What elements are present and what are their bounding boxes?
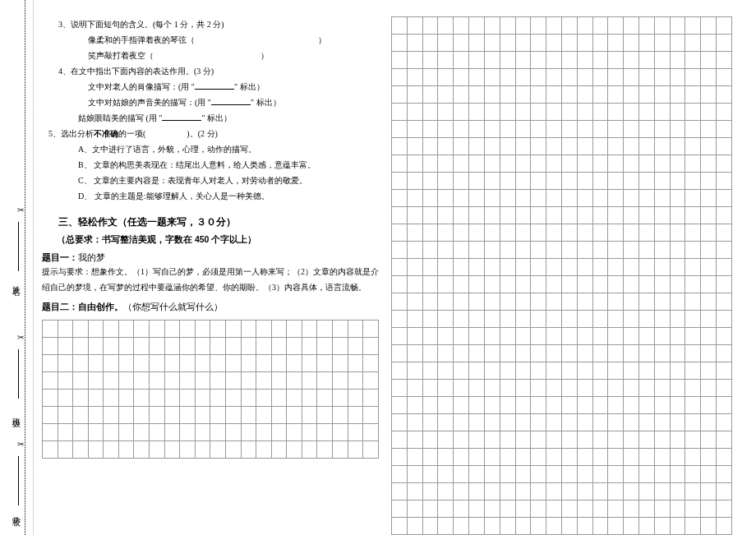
writing-cell[interactable]: [438, 500, 454, 518]
writing-cell[interactable]: [546, 242, 562, 259]
writing-cell[interactable]: [407, 276, 422, 293]
writing-cell[interactable]: [287, 338, 302, 355]
writing-cell[interactable]: [546, 35, 562, 52]
writing-cell[interactable]: [577, 190, 592, 207]
writing-cell[interactable]: [500, 104, 515, 121]
writing-cell[interactable]: [701, 173, 717, 190]
writing-cell[interactable]: [407, 104, 422, 121]
writing-cell[interactable]: [392, 380, 408, 397]
writing-cell[interactable]: [454, 397, 469, 414]
writing-cell[interactable]: [363, 355, 379, 372]
writing-cell[interactable]: [392, 121, 408, 138]
writing-cell[interactable]: [608, 121, 624, 138]
writing-cell[interactable]: [225, 355, 241, 372]
writing-cell[interactable]: [150, 321, 165, 338]
writing-cell[interactable]: [134, 424, 150, 441]
writing-cell[interactable]: [469, 207, 485, 224]
writing-cell[interactable]: [118, 372, 134, 390]
writing-cell[interactable]: [438, 138, 454, 155]
writing-cell[interactable]: [685, 380, 701, 397]
writing-cell[interactable]: [271, 424, 287, 441]
writing-cell[interactable]: [654, 293, 670, 311]
writing-cell[interactable]: [88, 372, 104, 390]
writing-cell[interactable]: [104, 424, 119, 441]
writing-cell[interactable]: [287, 441, 302, 459]
writing-cell[interactable]: [134, 407, 150, 424]
writing-cell[interactable]: [500, 259, 515, 276]
writing-cell[interactable]: [577, 121, 592, 138]
writing-cell[interactable]: [685, 35, 701, 52]
writing-cell[interactable]: [608, 69, 624, 86]
writing-cell[interactable]: [701, 345, 717, 362]
writing-cell[interactable]: [531, 293, 546, 311]
writing-cell[interactable]: [469, 224, 485, 242]
writing-cell[interactable]: [407, 207, 422, 224]
writing-cell[interactable]: [256, 321, 272, 338]
writing-cell[interactable]: [592, 362, 608, 380]
writing-cell[interactable]: [515, 52, 531, 69]
writing-cell[interactable]: [561, 518, 577, 535]
writing-cell[interactable]: [58, 321, 73, 338]
writing-cell[interactable]: [438, 155, 454, 173]
writing-cell[interactable]: [422, 397, 438, 414]
writing-cell[interactable]: [422, 86, 438, 104]
writing-cell[interactable]: [88, 407, 104, 424]
writing-cell[interactable]: [104, 355, 119, 372]
writing-cell[interactable]: [624, 431, 639, 449]
writing-cell[interactable]: [302, 321, 317, 338]
writing-cell[interactable]: [546, 155, 562, 173]
writing-cell[interactable]: [392, 86, 408, 104]
writing-cell[interactable]: [701, 155, 717, 173]
writing-cell[interactable]: [624, 52, 639, 69]
writing-cell[interactable]: [701, 397, 717, 414]
writing-cell[interactable]: [592, 104, 608, 121]
writing-cell[interactable]: [654, 518, 670, 535]
writing-cell[interactable]: [608, 138, 624, 155]
writing-cell[interactable]: [407, 259, 422, 276]
writing-cell[interactable]: [654, 69, 670, 86]
writing-cell[interactable]: [500, 190, 515, 207]
writing-cell[interactable]: [670, 224, 685, 242]
writing-cell[interactable]: [561, 276, 577, 293]
writing-cell[interactable]: [332, 390, 348, 407]
writing-cell[interactable]: [500, 293, 515, 311]
writing-cell[interactable]: [363, 372, 379, 390]
writing-cell[interactable]: [500, 138, 515, 155]
writing-cell[interactable]: [332, 441, 348, 459]
writing-cell[interactable]: [438, 121, 454, 138]
writing-cell[interactable]: [407, 52, 422, 69]
writing-cell[interactable]: [241, 372, 256, 390]
writing-cell[interactable]: [577, 138, 592, 155]
writing-cell[interactable]: [225, 407, 241, 424]
writing-cell[interactable]: [717, 224, 732, 242]
writing-cell[interactable]: [577, 414, 592, 431]
writing-cell[interactable]: [717, 242, 732, 259]
writing-cell[interactable]: [717, 500, 732, 518]
writing-cell[interactable]: [271, 372, 287, 390]
writing-cell[interactable]: [608, 414, 624, 431]
writing-cell[interactable]: [438, 328, 454, 345]
writing-cell[interactable]: [287, 321, 302, 338]
writing-cell[interactable]: [546, 138, 562, 155]
writing-cell[interactable]: [546, 397, 562, 414]
writing-cell[interactable]: [73, 424, 89, 441]
writing-cell[interactable]: [118, 424, 134, 441]
writing-cell[interactable]: [454, 155, 469, 173]
writing-cell[interactable]: [577, 69, 592, 86]
writing-cell[interactable]: [670, 104, 685, 121]
writing-cell[interactable]: [88, 424, 104, 441]
writing-cell[interactable]: [670, 69, 685, 86]
writing-cell[interactable]: [701, 328, 717, 345]
writing-cell[interactable]: [348, 424, 363, 441]
writing-cell[interactable]: [392, 449, 408, 466]
writing-cell[interactable]: [701, 104, 717, 121]
writing-cell[interactable]: [670, 190, 685, 207]
writing-cell[interactable]: [639, 466, 655, 483]
writing-cell[interactable]: [531, 483, 546, 500]
writing-cell[interactable]: [639, 138, 655, 155]
writing-cell[interactable]: [624, 207, 639, 224]
writing-cell[interactable]: [484, 431, 500, 449]
writing-cell[interactable]: [685, 293, 701, 311]
writing-cell[interactable]: [469, 86, 485, 104]
writing-cell[interactable]: [639, 431, 655, 449]
